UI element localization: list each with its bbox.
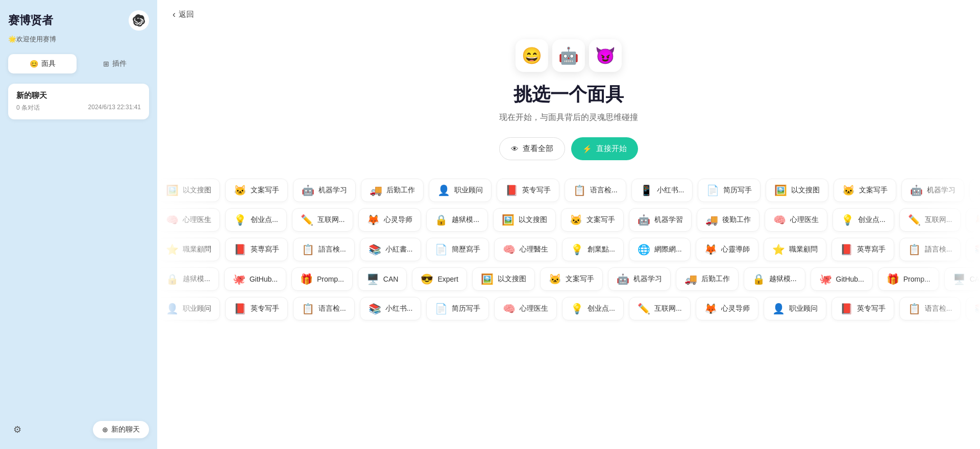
settings-button[interactable]: ⚙ bbox=[8, 420, 27, 439]
list-item[interactable]: 💡創業點... bbox=[562, 238, 624, 261]
hero-emoji-1: 😄 bbox=[516, 39, 548, 72]
list-item[interactable]: 📋語言検... bbox=[899, 238, 961, 261]
list-item[interactable]: 📚小紅書... bbox=[966, 238, 980, 261]
list-item[interactable]: 🤖机器学习 bbox=[293, 179, 356, 202]
hero-emoji-2: 🤖 bbox=[552, 39, 585, 72]
main-content: ‹ 返回 😄 🤖 😈 挑选一个面具 现在开始，与面具背后的灵魂思维碰撞 👁 查看… bbox=[157, 0, 980, 449]
sidebar-subtitle: 🌟欢迎使用赛博 bbox=[8, 35, 149, 44]
list-item[interactable]: 🖼️以文搜图 bbox=[157, 179, 220, 202]
list-item[interactable]: 💡创业点... bbox=[225, 208, 287, 232]
new-chat-button[interactable]: ⊕ 新的聊天 bbox=[93, 421, 149, 438]
list-item[interactable]: ⭐職業顧問 bbox=[764, 238, 826, 261]
start-button[interactable]: ⚡ 直接开始 bbox=[571, 137, 638, 160]
mask-tab-icon: 😊 bbox=[30, 60, 38, 68]
start-label: 直接开始 bbox=[596, 144, 627, 154]
list-item[interactable]: 👤职业顾问 bbox=[764, 297, 826, 320]
list-item[interactable]: 🤖机器学习 bbox=[901, 179, 964, 202]
list-item[interactable]: 📚小红书... bbox=[966, 297, 980, 320]
list-item[interactable]: 📋语言检... bbox=[899, 297, 961, 320]
list-item[interactable]: 📕英专写手 bbox=[831, 297, 894, 320]
back-button[interactable]: ‹ 返回 bbox=[173, 9, 194, 20]
tab-masks[interactable]: 😊 面具 bbox=[8, 54, 77, 73]
list-item[interactable]: ⭐職業顧問 bbox=[157, 238, 220, 261]
list-item[interactable]: 🐱文案写手 bbox=[225, 179, 288, 202]
new-chat-label: 新的聊天 bbox=[111, 425, 140, 434]
list-item[interactable]: 🤖机器学習 bbox=[629, 208, 692, 232]
list-item[interactable]: 📄簡歷寫手 bbox=[426, 238, 489, 261]
chat-item-title: 新的聊天 bbox=[16, 91, 141, 101]
settings-icon: ⚙ bbox=[13, 424, 21, 435]
list-item[interactable]: 🐱文案写手 bbox=[561, 208, 624, 232]
marquee-inner-4: 🔒越狱模... 🐙GitHub... 🎁Promp... 🖥️CAN 😎Expe… bbox=[157, 267, 980, 291]
list-item[interactable]: 🚚後勤工作 bbox=[697, 208, 760, 232]
list-item[interactable]: 📄简历写手 bbox=[698, 179, 761, 202]
list-item[interactable]: 🐙GitHub... bbox=[224, 267, 286, 291]
list-item[interactable]: 📚小红书... bbox=[360, 297, 422, 320]
list-item[interactable]: ✏️互联网... bbox=[629, 297, 691, 320]
list-item[interactable]: 🔒越狱模... bbox=[426, 208, 488, 232]
list-item[interactable]: 📋语言检... bbox=[565, 179, 626, 202]
list-item[interactable]: 🧠心理醫生 bbox=[494, 238, 557, 261]
sidebar-bottom: ⚙ ⊕ 新的聊天 bbox=[8, 420, 149, 439]
sidebar-title: 赛博贤者 bbox=[8, 13, 53, 28]
sidebar: 赛博贤者 🌟欢迎使用赛博 😊 面具 ⊞ 插件 新的聊天 0 条对话 2024/6… bbox=[0, 0, 157, 449]
back-label: 返回 bbox=[179, 10, 194, 19]
list-item[interactable]: 🚚后勤工作 bbox=[969, 179, 980, 202]
list-item[interactable]: 🚚后勤工作 bbox=[361, 179, 424, 202]
list-item[interactable]: 🦊心灵导师 bbox=[696, 297, 758, 320]
marquee-row-1: 🖼️以文搜图 🐱文案写手 🤖机器学习 🚚后勤工作 👤职业顾问 📕英专写手 📋语言… bbox=[157, 176, 980, 205]
list-item[interactable]: 🖼️以文搜图 bbox=[472, 267, 535, 291]
list-item[interactable]: 📄简历写手 bbox=[426, 297, 489, 320]
marquee-row-4: 🔒越狱模... 🐙GitHub... 🎁Promp... 🖥️CAN 😎Expe… bbox=[157, 264, 980, 294]
list-item[interactable]: 🌐網際網... bbox=[629, 238, 691, 261]
sidebar-header: 赛博贤者 bbox=[8, 10, 149, 31]
list-item[interactable]: 🐙GitHub... bbox=[811, 267, 873, 291]
marquee-inner-5: 👤职业顾问 📕英专写手 📋语言检... 📚小红书... 📄简历写手 🧠心理医生 … bbox=[157, 297, 980, 320]
list-item[interactable]: 🧠心理医生 bbox=[765, 208, 827, 232]
list-item[interactable]: 🖼️以文搜图 bbox=[493, 208, 556, 232]
list-item[interactable]: 📚小紅書... bbox=[360, 238, 422, 261]
list-item[interactable]: 🖥️CAN bbox=[358, 267, 407, 291]
list-item[interactable]: 🎁Promp... bbox=[291, 267, 353, 291]
list-item[interactable]: 🤖机器学习 bbox=[608, 267, 671, 291]
list-item[interactable]: 🔒越狱模... bbox=[157, 267, 219, 291]
marquee-row-5: 👤职业顾问 📕英专写手 📋语言检... 📚小红书... 📄简历写手 🧠心理医生 … bbox=[157, 294, 980, 323]
list-item[interactable]: 📕英专写手 bbox=[225, 297, 288, 320]
view-all-label: 查看全部 bbox=[523, 144, 553, 154]
list-item[interactable]: 💡创业点... bbox=[832, 208, 894, 232]
list-item[interactable]: 📋語言検... bbox=[293, 238, 355, 261]
list-item[interactable]: 🦊心灵导师 bbox=[358, 208, 421, 232]
openai-icon bbox=[129, 10, 149, 31]
marquee-row-3: ⭐職業顧問 📕英専寫手 📋語言検... 📚小紅書... 📄簡歷寫手 🧠心理醫生 … bbox=[157, 235, 980, 264]
list-item[interactable]: 📕英专写手 bbox=[497, 179, 559, 202]
tab-plugins[interactable]: ⊞ 插件 bbox=[81, 54, 149, 73]
list-item[interactable]: 🐱文案写手 bbox=[540, 267, 603, 291]
list-item[interactable]: 📕英専寫手 bbox=[225, 238, 288, 261]
list-item[interactable]: ✏️互联网... bbox=[292, 208, 354, 232]
list-item[interactable]: 🦊心灵导师 bbox=[966, 208, 980, 232]
list-item[interactable]: 👤职业顾问 bbox=[429, 179, 492, 202]
mask-tab-label: 面具 bbox=[41, 59, 56, 68]
list-item[interactable]: 📱小红书... bbox=[631, 179, 693, 202]
list-item[interactable]: 🎁Promp... bbox=[878, 267, 939, 291]
list-item[interactable]: 😎Expert bbox=[412, 267, 467, 291]
chat-item[interactable]: 新的聊天 0 条对话 2024/6/13 22:31:41 bbox=[8, 84, 149, 119]
list-item[interactable]: 📋语言检... bbox=[293, 297, 355, 320]
view-all-button[interactable]: 👁 查看全部 bbox=[499, 137, 565, 160]
eye-icon: 👁 bbox=[511, 144, 519, 153]
list-item[interactable]: 🚚后勤工作 bbox=[676, 267, 739, 291]
list-item[interactable]: 🔒越狱模... bbox=[744, 267, 805, 291]
plugin-tab-icon: ⊞ bbox=[103, 60, 109, 68]
list-item[interactable]: ✏️互联网... bbox=[899, 208, 961, 232]
hero-emojis: 😄 🤖 😈 bbox=[513, 39, 624, 72]
list-item[interactable]: 📕英専寫手 bbox=[831, 238, 894, 261]
list-item[interactable]: 🐱文案写手 bbox=[834, 179, 896, 202]
list-item[interactable]: 🧠心理医生 bbox=[157, 208, 220, 232]
list-item[interactable]: 🖥️CAN bbox=[944, 267, 980, 291]
list-item[interactable]: 💡创业点... bbox=[562, 297, 624, 320]
list-item[interactable]: 🦊心靈導師 bbox=[696, 238, 758, 261]
list-item[interactable]: 👤职业顾问 bbox=[157, 297, 220, 320]
chat-date: 2024/6/13 22:31:41 bbox=[88, 104, 141, 112]
list-item[interactable]: 🖼️以文搜图 bbox=[766, 179, 828, 202]
list-item[interactable]: 🧠心理医生 bbox=[494, 297, 557, 320]
